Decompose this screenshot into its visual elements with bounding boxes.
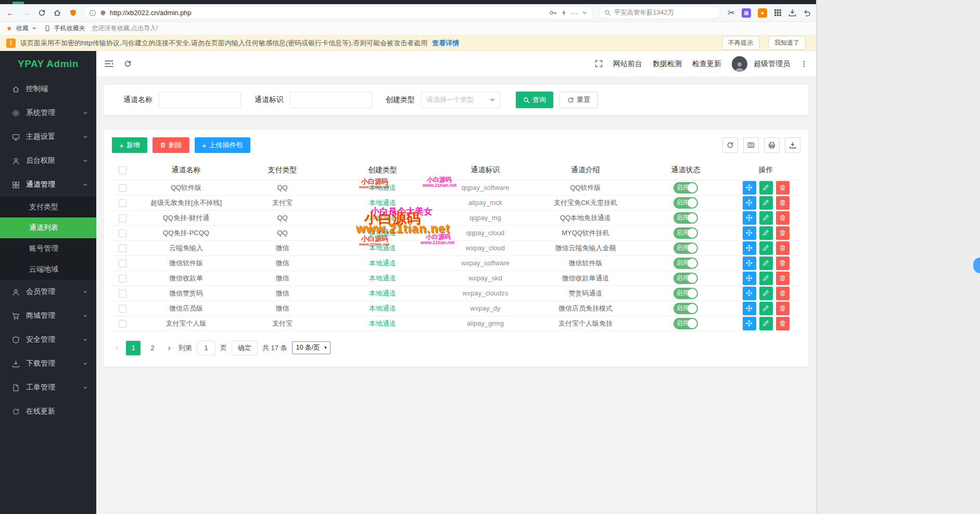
floating-side-tab[interactable] (973, 258, 980, 273)
status-toggle[interactable]: 启用 (673, 318, 698, 329)
sidebar-item-control[interactable]: 控制端 (0, 77, 96, 101)
row-checkbox[interactable] (119, 275, 126, 282)
select-all-checkbox[interactable] (119, 166, 126, 174)
delete-row-button[interactable] (776, 196, 790, 210)
edit-row-button[interactable] (759, 287, 773, 300)
goto-confirm-button[interactable]: 确定 (232, 341, 258, 355)
orange-extension-icon[interactable]: ● (758, 8, 767, 18)
sidebar-subitem-pay-type[interactable]: 支付类型 (0, 197, 96, 217)
prev-page-button[interactable]: ‹ (112, 341, 121, 355)
edit-row-button[interactable] (759, 241, 773, 255)
edit-row-button[interactable] (759, 272, 773, 285)
move-row-button[interactable] (743, 317, 756, 330)
extensions-more-icon[interactable]: ··· (571, 9, 578, 17)
mobile-favorites-label[interactable]: 手机收藏夹 (54, 24, 85, 33)
delete-row-button[interactable] (776, 287, 790, 300)
more-menu-icon[interactable] (800, 60, 808, 68)
edit-row-button[interactable] (759, 211, 773, 225)
sidebar-subitem-channel-list[interactable]: 通道列表 (0, 217, 96, 238)
export-button[interactable] (785, 137, 800, 153)
search-suggestion-text[interactable]: 平安高管年薪1342万 (614, 8, 674, 17)
move-row-button[interactable] (743, 272, 756, 285)
status-toggle[interactable]: 启用 (673, 212, 698, 224)
nav-check-update[interactable]: 检查更新 (692, 59, 721, 69)
reload-button[interactable] (36, 7, 47, 19)
edit-row-button[interactable] (759, 196, 773, 210)
delete-row-button[interactable] (776, 226, 790, 240)
status-toggle[interactable]: 启用 (673, 197, 698, 209)
sidebar-item-permission[interactable]: 后台权限 (0, 149, 96, 173)
move-row-button[interactable] (743, 226, 756, 240)
sidebar-item-security[interactable]: 安全管理 (0, 328, 96, 352)
channel-code-input[interactable] (290, 92, 372, 108)
nav-site-front[interactable]: 网站前台 (613, 59, 642, 69)
edit-row-button[interactable] (759, 181, 773, 195)
browser-tab[interactable] (12, 2, 24, 4)
search-button[interactable]: 查询 (516, 92, 553, 108)
favorites-label[interactable]: 收藏 (16, 24, 29, 33)
bookmarks-hint[interactable]: 您还没有收藏,点击导入! (92, 24, 158, 33)
page-1-button[interactable]: 1 (126, 341, 141, 355)
refresh-table-button[interactable] (722, 137, 738, 153)
address-bar[interactable]: ··· (83, 6, 593, 19)
goto-page-input[interactable] (197, 341, 215, 355)
row-checkbox[interactable] (119, 320, 126, 328)
forward-button[interactable]: → (21, 7, 31, 19)
row-checkbox[interactable] (119, 184, 126, 192)
delete-row-button[interactable] (776, 272, 790, 285)
status-toggle[interactable]: 启用 (673, 273, 698, 284)
upload-plugin-button[interactable]: +上传插件包 (195, 137, 250, 153)
scissors-icon[interactable]: ✂ (728, 8, 735, 18)
page-2-button[interactable]: 2 (145, 341, 160, 355)
edit-row-button[interactable] (759, 317, 773, 330)
move-row-button[interactable] (743, 241, 756, 255)
sidebar-item-mall[interactable]: 商城管理 (0, 304, 96, 328)
downloads-icon[interactable] (788, 9, 796, 17)
edit-row-button[interactable] (759, 256, 773, 270)
status-toggle[interactable]: 启用 (673, 182, 698, 194)
url-input[interactable] (110, 9, 545, 17)
nav-data-check[interactable]: 数据检测 (653, 59, 682, 69)
channel-name-input[interactable] (159, 92, 241, 108)
sidebar-item-download[interactable]: 下载管理 (0, 352, 96, 376)
sidebar-item-theme[interactable]: 主题设置 (0, 125, 96, 149)
refresh-page-icon[interactable] (124, 60, 132, 68)
delete-row-button[interactable] (776, 256, 790, 270)
status-toggle[interactable]: 启用 (673, 303, 698, 314)
delete-row-button[interactable] (776, 181, 790, 195)
collapse-sidebar-icon[interactable] (105, 60, 113, 68)
favorites-dropdown-icon[interactable] (32, 28, 36, 30)
sidebar-item-online-update[interactable]: 在线更新 (0, 400, 96, 423)
row-checkbox[interactable] (119, 290, 126, 298)
undo-history-icon[interactable] (803, 9, 811, 17)
username[interactable]: 超级管理员 (754, 59, 790, 69)
page-size-select[interactable]: 10 条/页 ▼ (292, 341, 331, 354)
move-row-button[interactable] (743, 287, 756, 300)
status-toggle[interactable]: 启用 (673, 242, 698, 254)
back-button[interactable]: ← (5, 7, 16, 19)
apps-grid-icon[interactable] (774, 9, 782, 17)
move-row-button[interactable] (743, 181, 756, 195)
next-page-button[interactable]: › (164, 341, 174, 355)
sidebar-subitem-cloud-region[interactable]: 云端地域 (0, 259, 96, 280)
sidebar-item-channel[interactable]: 通道管理 (0, 173, 96, 197)
row-checkbox[interactable] (119, 229, 126, 237)
print-button[interactable] (764, 137, 780, 153)
row-checkbox[interactable] (119, 214, 126, 222)
info-icon[interactable] (89, 9, 96, 17)
status-toggle[interactable]: 启用 (673, 288, 698, 299)
warning-detail-link[interactable]: 查看详情 (432, 38, 459, 48)
delete-row-button[interactable] (776, 302, 790, 315)
reset-button[interactable]: 重置 (559, 92, 598, 108)
row-checkbox[interactable] (119, 260, 126, 267)
add-button[interactable]: +新增 (112, 137, 147, 153)
home-button[interactable] (52, 7, 62, 19)
sidebar-item-member[interactable]: 会员管理 (0, 280, 96, 304)
move-row-button[interactable] (743, 256, 756, 270)
lightning-icon[interactable] (561, 9, 567, 16)
warning-confirm-button[interactable]: 我知道了 (768, 36, 806, 50)
sidebar-subitem-account[interactable]: 账号管理 (0, 238, 96, 259)
status-toggle[interactable]: 启用 (673, 258, 698, 269)
edit-row-button[interactable] (759, 226, 773, 240)
avatar[interactable] (732, 56, 747, 72)
